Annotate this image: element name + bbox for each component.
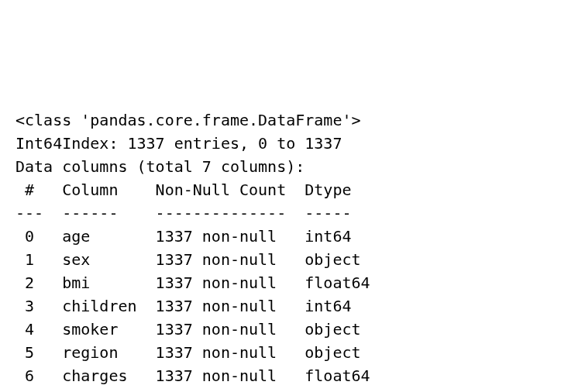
index-line: Int64Index: 1337 entries, 0 to 1337: [15, 134, 342, 153]
table-row: 4 smoker 1337 non-null object: [15, 320, 370, 339]
divider-row: --- ------ -------------- -----: [15, 204, 370, 222]
columns-header-line: Data columns (total 7 columns):: [15, 157, 305, 176]
dataframe-info-output: <class 'pandas.core.frame.DataFrame'> In…: [15, 108, 546, 392]
table-row: 0 age 1337 non-null int64: [15, 227, 370, 246]
table-row: 5 region 1337 non-null object: [15, 343, 370, 362]
table-row: 6 charges 1337 non-null float64: [15, 366, 370, 385]
table-row: 1 sex 1337 non-null object: [15, 250, 370, 269]
class-line: <class 'pandas.core.frame.DataFrame'>: [15, 111, 361, 129]
table-row: 2 bmi 1337 non-null float64: [15, 273, 370, 292]
column-header-row: # Column Non-Null Count Dtype: [15, 181, 370, 199]
table-row: 3 children 1337 non-null int64: [15, 297, 370, 315]
